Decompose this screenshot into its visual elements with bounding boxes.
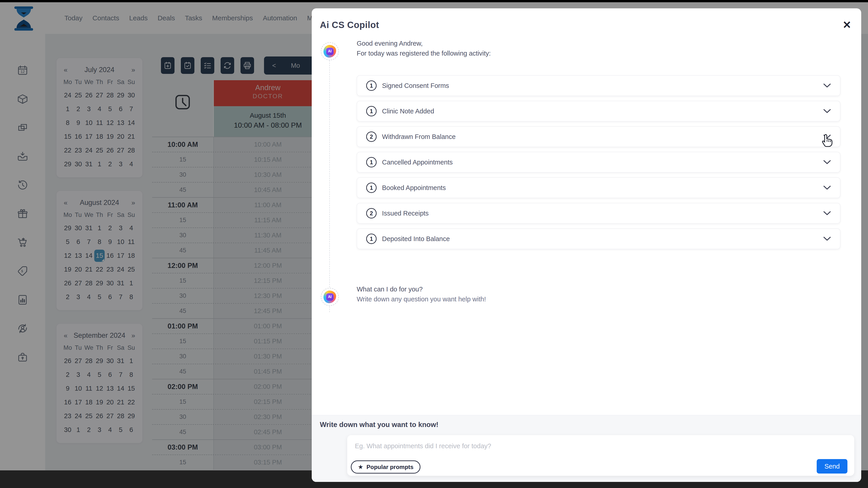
- chevron-down-icon[interactable]: [823, 109, 831, 113]
- activity-count-badge: 2: [366, 131, 377, 142]
- copilot-header: Ai CS Copilot ✕: [312, 8, 861, 35]
- chevron-down-icon[interactable]: [823, 186, 831, 190]
- activity-label: Cancelled Appointments: [382, 159, 453, 166]
- activity-accordion-withdrawn-from-balance[interactable]: 2Withdrawn From Balance: [357, 126, 840, 147]
- ai-copilot-panel: Ai CS Copilot ✕ AI Good evening Andrew, …: [312, 8, 861, 482]
- activity-label: Deposited Into Balance: [382, 235, 450, 242]
- activity-accordion-clinic-note-added[interactable]: 1Clinic Note Added: [357, 101, 840, 122]
- greeting-message: Good evening Andrew, For today was regis…: [357, 38, 491, 58]
- screen: TodayContactsLeadsDealsTasksMembershipsA…: [0, 0, 868, 488]
- prompt-input[interactable]: [347, 435, 854, 458]
- activity-count-badge: 1: [366, 234, 377, 244]
- activity-accordion-list: 1Signed Consent Forms1Clinic Note Added2…: [357, 75, 840, 254]
- ai-avatar-blob-icon: AI: [323, 45, 336, 58]
- activity-count-badge: 1: [366, 183, 377, 193]
- help-message: What can I do for you? Write down any qu…: [357, 284, 486, 304]
- popular-prompts-label: Popular prompts: [366, 464, 413, 470]
- copilot-footer: Write down what you want to know! ★ Popu…: [312, 415, 861, 482]
- activity-count-badge: 2: [366, 208, 377, 219]
- popular-prompts-button[interactable]: ★ Popular prompts: [351, 460, 421, 474]
- greeting-line-2: For today was registered the following a…: [357, 48, 491, 58]
- activity-accordion-cancelled-appointments[interactable]: 1Cancelled Appointments: [357, 152, 840, 173]
- star-icon: ★: [358, 463, 363, 470]
- ai-avatar-label: AI: [326, 293, 334, 301]
- chevron-down-icon[interactable]: [823, 160, 831, 164]
- footer-heading: Write down what you want to know!: [320, 421, 438, 429]
- help-line-2: Write down any question you want help wi…: [357, 294, 486, 304]
- activity-accordion-signed-consent-forms[interactable]: 1Signed Consent Forms: [357, 75, 840, 96]
- activity-count-badge: 1: [366, 157, 377, 167]
- prompt-input-card: ★ Popular prompts Send: [347, 435, 854, 476]
- send-button[interactable]: Send: [817, 459, 847, 474]
- help-line-1: What can I do for you?: [357, 284, 486, 294]
- ai-avatar-blob-icon: AI: [323, 291, 336, 303]
- ai-avatar: AI: [321, 42, 339, 60]
- mouse-pointer-cursor: [820, 131, 836, 148]
- chevron-down-icon[interactable]: [823, 84, 831, 88]
- close-icon[interactable]: ✕: [842, 20, 851, 30]
- copilot-title: Ai CS Copilot: [320, 20, 379, 30]
- activity-accordion-issued-receipts[interactable]: 2Issued Receipts: [357, 203, 840, 224]
- activity-count-badge: 1: [366, 80, 377, 91]
- activity-label: Issued Receipts: [382, 210, 429, 217]
- ai-avatar-label: AI: [326, 48, 334, 55]
- chevron-down-icon[interactable]: [823, 236, 831, 241]
- chat-timeline-line: [329, 44, 330, 312]
- activity-label: Signed Consent Forms: [382, 82, 449, 90]
- ai-avatar: AI: [321, 288, 339, 306]
- activity-accordion-booked-appointments[interactable]: 1Booked Appointments: [357, 177, 840, 198]
- activity-label: Withdrawn From Balance: [382, 133, 456, 140]
- chevron-down-icon[interactable]: [823, 211, 831, 216]
- greeting-line-1: Good evening Andrew,: [357, 38, 491, 48]
- activity-accordion-deposited-into-balance[interactable]: 1Deposited Into Balance: [357, 228, 840, 249]
- activity-label: Booked Appointments: [382, 184, 446, 192]
- activity-count-badge: 1: [366, 106, 377, 116]
- activity-label: Clinic Note Added: [382, 107, 434, 115]
